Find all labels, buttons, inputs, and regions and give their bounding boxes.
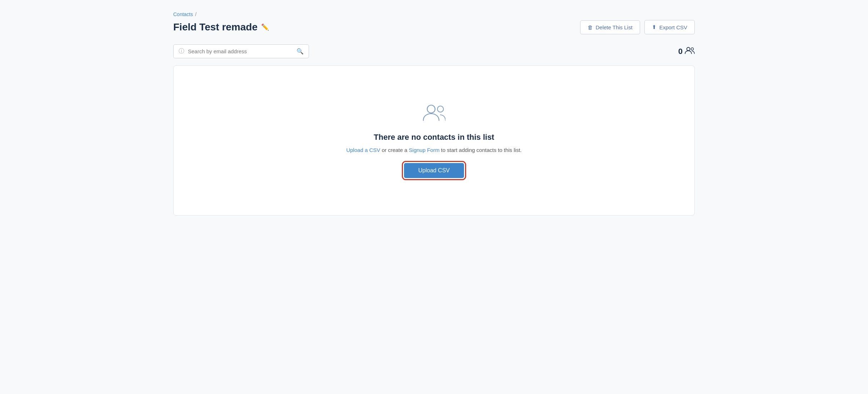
people-icon: [685, 46, 695, 56]
header-actions: 🗑 Delete This List ⬆ Export CSV: [580, 20, 695, 34]
page-title: Field Test remade: [173, 21, 258, 33]
empty-state-title: There are no contacts in this list: [374, 133, 494, 142]
desc-middle: or create a: [380, 147, 409, 153]
empty-state-card: There are no contacts in this list Uploa…: [173, 65, 695, 216]
svg-point-0: [687, 47, 690, 50]
export-csv-button[interactable]: ⬆ Export CSV: [644, 20, 695, 34]
desc-suffix: to start adding contacts to this list.: [439, 147, 522, 153]
breadcrumb-separator: /: [195, 11, 196, 17]
info-icon: ⓘ: [179, 48, 184, 55]
delete-list-button[interactable]: 🗑 Delete This List: [580, 20, 640, 34]
header-row: Field Test remade ✏️ 🗑 Delete This List …: [173, 20, 695, 34]
export-icon: ⬆: [652, 24, 657, 30]
delete-list-label: Delete This List: [596, 24, 633, 30]
search-bar: ⓘ 🔍: [173, 44, 309, 58]
upload-csv-button-label: Upload CSV: [418, 167, 450, 173]
signup-form-link[interactable]: Signup Form: [409, 147, 440, 153]
edit-icon[interactable]: ✏️: [261, 23, 269, 31]
empty-state-description: Upload a CSV or create a Signup Form to …: [346, 147, 522, 153]
search-input[interactable]: [188, 48, 293, 54]
page-title-area: Field Test remade ✏️: [173, 21, 269, 33]
trash-icon: 🗑: [588, 24, 593, 30]
breadcrumb-contacts-link[interactable]: Contacts: [173, 11, 193, 17]
breadcrumb: Contacts /: [173, 11, 695, 17]
svg-point-1: [691, 48, 694, 50]
search-icon: 🔍: [296, 48, 304, 55]
empty-contacts-icon: [423, 103, 445, 124]
contacts-count: 0: [678, 47, 683, 56]
svg-point-3: [438, 106, 444, 112]
search-bar-row: ⓘ 🔍 0: [173, 44, 695, 58]
svg-point-2: [427, 105, 435, 113]
upload-csv-link[interactable]: Upload a CSV: [346, 147, 380, 153]
contacts-count-area: 0: [678, 46, 695, 56]
export-csv-label: Export CSV: [659, 24, 687, 30]
upload-csv-button[interactable]: Upload CSV: [404, 163, 464, 178]
